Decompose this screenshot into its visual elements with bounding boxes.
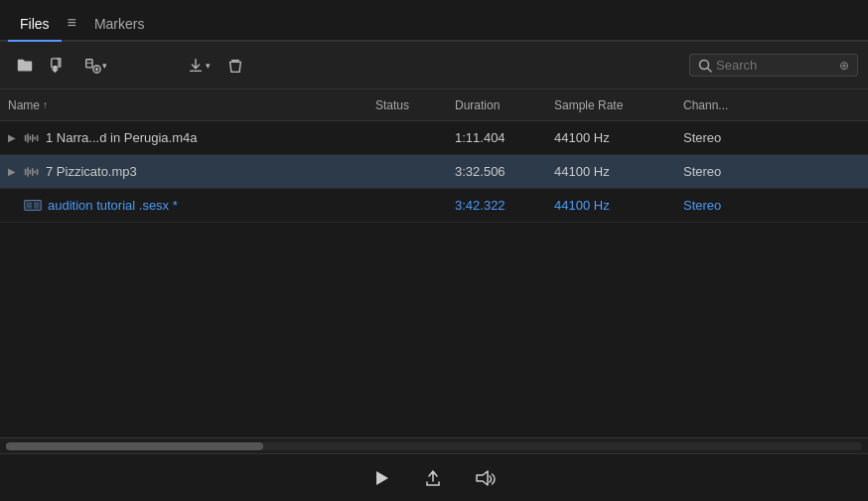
table-body: ▶ 1 Narra...d in Perugia.m4a 1:11.404 44… [0,121,868,437]
table-row[interactable]: ▶ audition tutorial .sesx * 3:42.322 441… [0,189,868,223]
tab-menu-icon[interactable]: ≡ [62,6,82,40]
sesx-icon [24,199,42,212]
scrollbar-track[interactable] [6,442,862,450]
scrollbar-thumb[interactable] [6,442,263,450]
svg-rect-14 [34,170,36,173]
delete-icon [226,57,244,75]
cell-name: ▶ 7 Pizzicato.mp3 [0,164,367,179]
download-dropdown-arrow: ▾ [206,61,211,71]
download-icon [187,57,205,75]
svg-rect-4 [25,134,27,140]
svg-rect-13 [32,168,34,176]
svg-rect-9 [37,134,39,140]
open-folder-button[interactable] [10,53,40,79]
table-row[interactable]: ▶ 1 Narra...d in Perugia.m4a 1:11.404 44… [0,121,868,155]
filename: audition tutorial .sesx * [48,198,178,213]
svg-rect-5 [27,133,29,143]
sort-arrow: ↑ [43,99,48,110]
svg-marker-20 [477,471,488,485]
tab-markers[interactable]: Markers [82,8,157,42]
expand-icon[interactable]: ▶ [8,200,16,211]
add-files-button[interactable]: ▾ [77,53,113,79]
waveform-icon [24,132,40,144]
waveform-icon [24,166,40,178]
export-button[interactable] [415,464,451,492]
import-icon [50,57,68,75]
horizontal-scrollbar-area [0,437,868,453]
svg-rect-18 [34,202,40,209]
import-button[interactable] [44,53,73,79]
files-toolbar: ▾ ▾ ⊕ [0,42,868,89]
bottom-toolbar [0,453,868,501]
svg-rect-11 [27,167,29,177]
filename: 1 Narra...d in Perugia.m4a [46,130,197,145]
cell-duration: 1:11.404 [447,130,546,145]
tab-files[interactable]: Files [8,8,62,42]
play-button[interactable] [363,464,399,492]
audio-output-button[interactable] [467,464,505,492]
svg-rect-17 [26,202,32,209]
table-header: Name ↑ Status Duration Sample Rate Chann… [0,89,868,121]
cell-channels: Stereo [675,130,868,145]
cell-channels: Stereo [675,164,868,179]
export-icon [423,468,443,488]
cell-duration: 3:32.506 [447,164,546,179]
audio-output-icon [475,468,497,488]
svg-marker-19 [376,471,388,485]
cell-name: ▶ audition tutorial .sesx * [0,198,367,213]
add-dropdown-arrow: ▾ [102,61,107,71]
file-table: ▶ 1 Narra...d in Perugia.m4a 1:11.404 44… [0,121,868,437]
search-suffix-icon: ⊕ [839,59,849,73]
column-header-channels[interactable]: Chann... [675,89,868,120]
svg-rect-15 [37,168,39,174]
table-row[interactable]: ▶ 7 Pizzicato.mp3 3:32.506 44100 Hz Ster… [0,155,868,189]
svg-rect-7 [32,134,34,142]
column-header-samplerate[interactable]: Sample Rate [546,89,675,120]
filename: 7 Pizzicato.mp3 [46,164,137,179]
cell-samplerate: 44100 Hz [546,164,675,179]
delete-button[interactable] [220,53,250,79]
column-header-duration[interactable]: Duration [447,89,546,120]
svg-rect-12 [30,169,32,174]
cell-channels: Stereo [675,198,868,213]
cell-samplerate: 44100 Hz [546,130,675,145]
expand-icon[interactable]: ▶ [8,166,16,177]
download-button[interactable]: ▾ [181,53,217,79]
svg-rect-6 [30,135,32,140]
search-icon [698,59,712,73]
expand-icon[interactable]: ▶ [8,132,16,143]
search-input[interactable] [716,58,835,73]
cell-samplerate: 44100 Hz [546,198,675,213]
tab-bar: Files ≡ Markers [0,0,868,42]
search-box: ⊕ [689,54,858,77]
open-folder-icon [16,57,34,75]
column-header-name[interactable]: Name ↑ [0,89,367,120]
svg-rect-8 [34,136,36,139]
svg-rect-10 [25,168,27,174]
cell-name: ▶ 1 Narra...d in Perugia.m4a [0,130,367,145]
column-header-status[interactable]: Status [367,89,447,120]
play-icon [371,468,391,488]
add-files-icon [83,57,101,75]
cell-duration: 3:42.322 [447,198,546,213]
